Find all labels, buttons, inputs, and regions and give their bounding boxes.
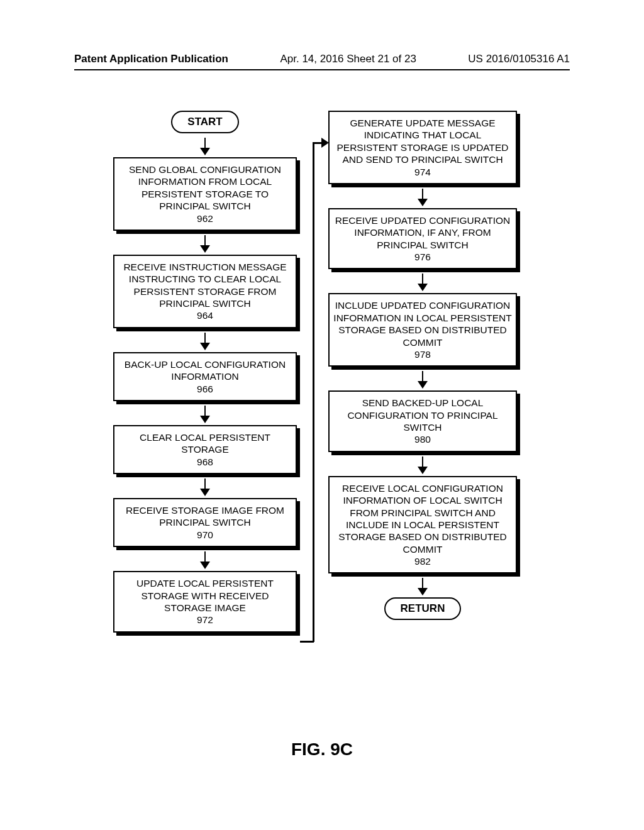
step-box: RECEIVE STORAGE IMAGE FROM PRINCIPAL SWI… — [113, 498, 297, 547]
header-right: US 2016/0105316 A1 — [468, 53, 570, 65]
arrow-icon — [113, 478, 297, 497]
step-box: RECEIVE UPDATED CONFIGURATION INFORMATIO… — [328, 208, 517, 270]
step-box: SEND GLOBAL CONFIGURATION INFORMATION FR… — [113, 157, 297, 231]
step-962: SEND GLOBAL CONFIGURATION INFORMATION FR… — [113, 157, 297, 231]
step-976: RECEIVE UPDATED CONFIGURATION INFORMATIO… — [328, 208, 517, 270]
return-terminal: RETURN — [384, 597, 462, 620]
connector-972-to-974 — [300, 142, 328, 708]
arrow-icon — [328, 577, 517, 596]
step-box: RECEIVE INSTRUCTION MESSAGE INSTRUCTING … — [113, 255, 297, 328]
arrow-icon — [113, 332, 297, 351]
flowchart: START SEND GLOBAL CONFIGURATION INFORMAT… — [113, 111, 531, 739]
step-974: GENERATE UPDATE MESSAGE INDICATING THAT … — [328, 111, 517, 184]
step-box: INCLUDE UPDATED CONFIGURATION INFORMATIO… — [328, 293, 517, 367]
step-978: INCLUDE UPDATED CONFIGURATION INFORMATIO… — [328, 293, 517, 367]
figure-label: FIG. 9C — [0, 739, 644, 760]
step-968: CLEAR LOCAL PERSISTENT STORAGE968 — [113, 425, 297, 474]
step-966: BACK-UP LOCAL CONFIGURATION INFORMATION9… — [113, 352, 297, 401]
return-terminal-wrap: RETURN — [328, 597, 517, 620]
flow-column-left: START SEND GLOBAL CONFIGURATION INFORMAT… — [113, 111, 297, 636]
step-970: RECEIVE STORAGE IMAGE FROM PRINCIPAL SWI… — [113, 498, 297, 547]
arrow-icon — [113, 137, 297, 156]
step-box: UPDATE LOCAL PERSISTENT STORAGE WITH REC… — [113, 571, 297, 633]
arrow-icon — [113, 235, 297, 253]
flow-column-right: GENERATE UPDATE MESSAGE INDICATING THAT … — [328, 111, 517, 624]
step-972: UPDATE LOCAL PERSISTENT STORAGE WITH REC… — [113, 571, 297, 633]
step-982: RECEIVE LOCAL CONFIGURATION INFORMATION … — [328, 476, 517, 574]
header-rule — [74, 69, 570, 70]
start-terminal-wrap: START — [113, 111, 297, 133]
step-box: GENERATE UPDATE MESSAGE INDICATING THAT … — [328, 111, 517, 184]
arrow-icon — [328, 188, 517, 207]
header-left: Patent Application Publication — [74, 53, 228, 65]
arrow-icon — [113, 405, 297, 424]
step-980: SEND BACKED-UP LOCAL CONFIGURATION TO PR… — [328, 390, 517, 452]
step-box: SEND BACKED-UP LOCAL CONFIGURATION TO PR… — [328, 390, 517, 452]
step-box: CLEAR LOCAL PERSISTENT STORAGE968 — [113, 425, 297, 474]
arrow-icon — [328, 370, 517, 389]
step-box: RECEIVE LOCAL CONFIGURATION INFORMATION … — [328, 476, 517, 574]
arrow-icon — [113, 551, 297, 570]
arrow-icon — [328, 273, 517, 292]
page-header: Patent Application Publication Apr. 14, … — [0, 53, 644, 65]
step-964: RECEIVE INSTRUCTION MESSAGE INSTRUCTING … — [113, 255, 297, 328]
header-center: Apr. 14, 2016 Sheet 21 of 23 — [280, 53, 416, 65]
arrow-icon — [328, 456, 517, 475]
start-terminal: START — [171, 111, 238, 133]
step-box: BACK-UP LOCAL CONFIGURATION INFORMATION9… — [113, 352, 297, 401]
